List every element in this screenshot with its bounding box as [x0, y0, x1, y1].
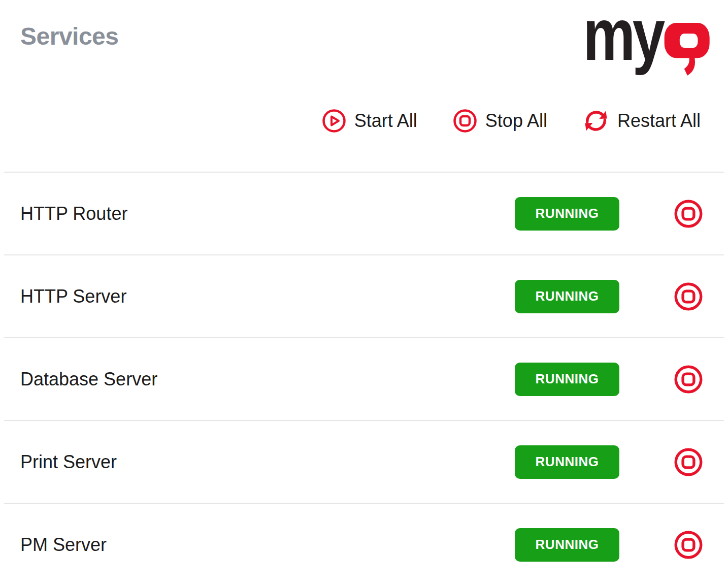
service-row-pm-server: PM Server RUNNING: [4, 503, 724, 585]
stop-circle-icon: [674, 199, 703, 229]
stop-service-button[interactable]: [674, 365, 703, 394]
header: Services my Start All Stop All Restart A…: [0, 0, 728, 172]
logo-q-icon: [664, 23, 710, 77]
toolbar: Start All Stop All Restart All: [322, 108, 701, 134]
stop-service-button[interactable]: [674, 199, 703, 229]
stop-circle-icon: [674, 365, 703, 394]
service-name: HTTP Server: [20, 286, 126, 307]
stop-all-label: Stop All: [485, 110, 547, 132]
restart-arrows-icon: [583, 108, 609, 134]
status-badge: RUNNING: [515, 445, 619, 479]
page-title: Services: [20, 22, 119, 50]
service-row-database-server: Database Server RUNNING: [4, 337, 724, 420]
restart-all-label: Restart All: [617, 110, 701, 132]
service-name: PM Server: [20, 534, 107, 556]
stop-circle-icon: [674, 447, 703, 477]
myq-logo: my: [583, 0, 710, 77]
start-all-button[interactable]: Start All: [322, 109, 417, 133]
service-row-print-server: Print Server RUNNING: [4, 420, 724, 503]
service-row-http-server: HTTP Server RUNNING: [4, 254, 724, 337]
service-name: HTTP Router: [20, 203, 127, 224]
stop-circle-icon: [674, 282, 703, 311]
status-badge: RUNNING: [515, 363, 619, 396]
restart-all-button[interactable]: Restart All: [583, 108, 701, 134]
service-row-http-router: HTTP Router RUNNING: [4, 172, 724, 254]
stop-all-button[interactable]: Stop All: [453, 109, 547, 133]
logo-text-my: my: [583, 0, 663, 72]
service-list: HTTP Router RUNNING HTTP Server RUNNING …: [4, 172, 724, 585]
stop-circle-icon: [674, 530, 703, 560]
status-badge: RUNNING: [515, 280, 619, 313]
service-name: Database Server: [20, 369, 157, 390]
service-name: Print Server: [20, 451, 117, 473]
stop-service-button[interactable]: [674, 282, 703, 311]
start-all-label: Start All: [354, 110, 417, 132]
play-circle-icon: [322, 109, 346, 133]
stop-circle-icon: [453, 109, 477, 133]
status-badge: RUNNING: [515, 197, 619, 231]
stop-service-button[interactable]: [674, 447, 703, 477]
status-badge: RUNNING: [515, 528, 619, 562]
stop-service-button[interactable]: [674, 530, 703, 560]
